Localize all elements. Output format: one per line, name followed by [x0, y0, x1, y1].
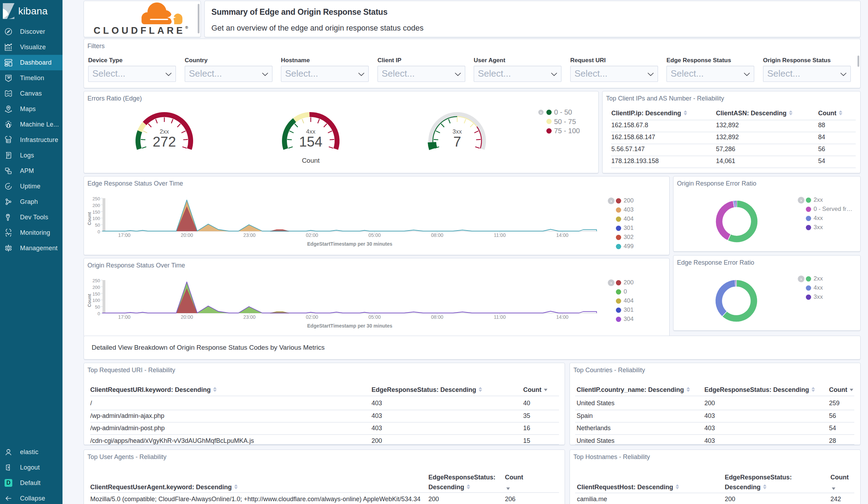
svg-text:EdgeStartTimestamp per 30 minu: EdgeStartTimestamp per 30 minutes	[307, 323, 393, 329]
svg-text:250: 250	[92, 196, 100, 201]
svg-text:200: 200	[92, 285, 100, 290]
svg-text:08:00: 08:00	[431, 314, 443, 320]
svg-text:0: 0	[98, 311, 100, 316]
svg-text:50: 50	[95, 304, 100, 310]
svg-text:Count: Count	[87, 212, 92, 225]
svg-text:200: 200	[92, 203, 100, 208]
svg-text:100: 100	[92, 298, 100, 303]
svg-text:14:00: 14:00	[556, 232, 568, 238]
svg-text:23:00: 23:00	[243, 314, 256, 320]
svg-text:20:00: 20:00	[181, 232, 193, 238]
svg-text:250: 250	[92, 278, 100, 283]
svg-text:20:00: 20:00	[181, 314, 193, 320]
svg-text:02:00: 02:00	[306, 314, 318, 320]
svg-text:17:00: 17:00	[118, 232, 130, 238]
svg-text:14:00: 14:00	[556, 314, 568, 320]
svg-text:0: 0	[98, 229, 100, 234]
svg-text:11:00: 11:00	[494, 232, 506, 238]
svg-text:17:00: 17:00	[118, 314, 130, 320]
svg-text:23:00: 23:00	[243, 232, 256, 238]
svg-text:02:00: 02:00	[306, 232, 318, 238]
svg-text:50: 50	[95, 222, 100, 228]
svg-text:EdgeStartTimestamp per 30 minu: EdgeStartTimestamp per 30 minutes	[307, 241, 393, 247]
svg-text:Count: Count	[87, 294, 92, 307]
svg-text:05:00: 05:00	[368, 232, 381, 238]
svg-text:08:00: 08:00	[431, 232, 443, 238]
svg-text:150: 150	[92, 291, 100, 297]
svg-text:100: 100	[92, 216, 100, 221]
svg-text:11:00: 11:00	[494, 314, 506, 320]
svg-text:05:00: 05:00	[368, 314, 381, 320]
svg-text:150: 150	[92, 209, 100, 215]
